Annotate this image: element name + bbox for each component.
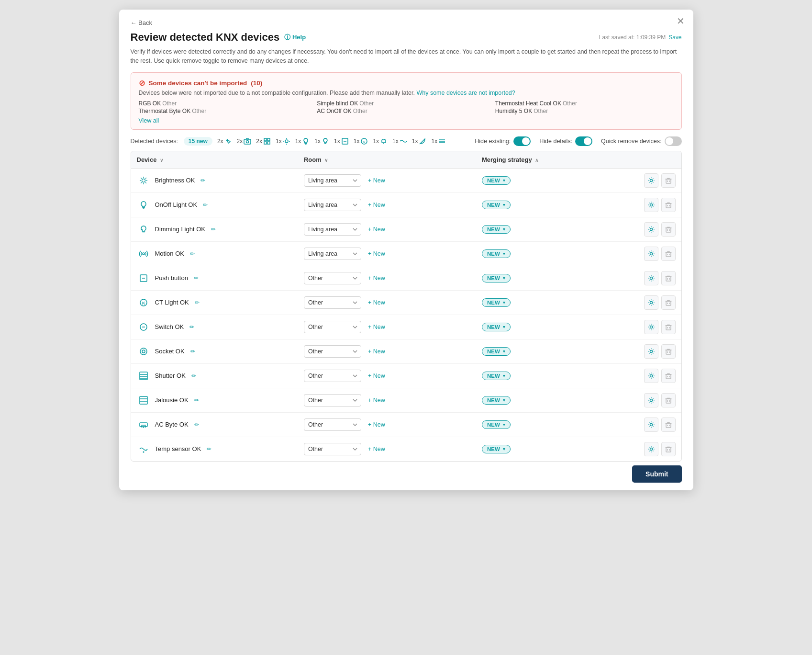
device-name-9: Jalousie OK: [155, 396, 189, 404]
room-select-2[interactable]: Living area Living area Other Bedroom Ki…: [304, 223, 361, 236]
edit-device-name-icon-1[interactable]: ✏: [203, 202, 208, 208]
back-link[interactable]: ← Back: [131, 19, 682, 26]
new-room-button-11[interactable]: + New: [364, 444, 389, 454]
delete-button-8[interactable]: [661, 369, 676, 383]
settings-button-6[interactable]: [644, 320, 658, 334]
help-link[interactable]: ⓘ Help: [284, 33, 306, 42]
new-room-button-4[interactable]: + New: [364, 273, 389, 283]
settings-button-3[interactable]: [644, 247, 658, 261]
edit-device-name-icon-3[interactable]: ✏: [190, 250, 195, 257]
room-select-1[interactable]: Living area Living area Other Bedroom Ki…: [304, 199, 361, 211]
strategy-badge-4[interactable]: NEW▾: [482, 274, 511, 282]
room-select-3[interactable]: Living area Living area Other Bedroom Ki…: [304, 248, 361, 260]
strategy-badge-8[interactable]: NEW▾: [482, 372, 511, 380]
delete-button-4[interactable]: [661, 271, 676, 285]
settings-button-7[interactable]: [644, 344, 658, 359]
new-room-button-3[interactable]: + New: [364, 248, 389, 259]
new-room-button-9[interactable]: + New: [364, 395, 389, 406]
room-select-6[interactable]: Other Living area Other Bedroom Kitchen: [304, 321, 361, 333]
room-cell-1: Living area Living area Other Bedroom Ki…: [298, 192, 476, 217]
new-room-button-6[interactable]: + New: [364, 322, 389, 332]
close-button[interactable]: ✕: [677, 16, 685, 26]
svg-point-91: [650, 399, 652, 401]
icon-count-bulb: 1x: [295, 137, 310, 145]
settings-button-8[interactable]: [644, 369, 658, 383]
room-cell-8: Other Living area Other Bedroom Kitchen …: [298, 363, 476, 388]
svg-rect-88: [140, 396, 147, 404]
edit-device-name-icon-4[interactable]: ✏: [194, 275, 199, 282]
delete-button-10[interactable]: [661, 418, 676, 432]
edit-device-name-icon-0[interactable]: ✏: [200, 177, 205, 184]
delete-button-11[interactable]: [661, 442, 676, 456]
svg-rect-71: [666, 326, 671, 330]
merging-cell-11: NEW▾: [476, 437, 602, 461]
edit-device-name-icon-2[interactable]: ✏: [211, 226, 216, 233]
hide-details-toggle[interactable]: [575, 136, 592, 146]
strategy-badge-11[interactable]: NEW▾: [482, 445, 511, 453]
delete-button-3[interactable]: [661, 247, 676, 261]
icon-count-wave: 1x: [392, 137, 407, 145]
edit-device-name-icon-9[interactable]: ✏: [194, 397, 199, 404]
settings-button-4[interactable]: [644, 271, 658, 285]
settings-button-0[interactable]: [644, 173, 658, 188]
new-room-button-5[interactable]: + New: [364, 297, 389, 308]
edit-device-name-icon-6[interactable]: ✏: [189, 324, 194, 330]
strategy-badge-10[interactable]: NEW▾: [482, 420, 511, 429]
strategy-badge-7[interactable]: NEW▾: [482, 347, 511, 356]
edit-device-name-icon-11[interactable]: ✏: [207, 446, 211, 452]
delete-button-5[interactable]: [661, 295, 676, 310]
merging-cell-6: NEW▾: [476, 315, 602, 339]
strategy-badge-6[interactable]: NEW▾: [482, 323, 511, 331]
settings-button-11[interactable]: [644, 442, 658, 456]
room-select-11[interactable]: Other Living area Other Bedroom Kitchen: [304, 443, 361, 455]
new-room-button-1[interactable]: + New: [364, 200, 389, 210]
edit-device-name-icon-5[interactable]: ✏: [195, 299, 200, 306]
settings-button-10[interactable]: [644, 418, 658, 432]
room-select-8[interactable]: Other Living area Other Bedroom Kitchen: [304, 370, 361, 382]
settings-button-5[interactable]: [644, 295, 658, 310]
strategy-badge-2[interactable]: NEW▾: [482, 225, 511, 234]
room-cell-5: Other Living area Other Bedroom Kitchen …: [298, 290, 476, 315]
delete-button-0[interactable]: [661, 173, 676, 188]
room-select-9[interactable]: Other Living area Other Bedroom Kitchen: [304, 394, 361, 407]
why-not-imported-link[interactable]: Why some devices are not imported?: [416, 90, 515, 96]
settings-button-2[interactable]: [644, 222, 658, 237]
toolbar-right: Hide existing: Hide details: Quick remov…: [475, 136, 681, 146]
strategy-badge-9[interactable]: NEW▾: [482, 396, 511, 405]
save-link[interactable]: Save: [668, 34, 681, 41]
svg-point-51: [143, 253, 145, 255]
action-cell-10: [602, 412, 681, 437]
room-select-0[interactable]: Living area Living area Other Bedroom Ki…: [304, 174, 361, 187]
room-cell-11: Other Living area Other Bedroom Kitchen …: [298, 437, 476, 461]
strategy-badge-3[interactable]: NEW▾: [482, 249, 511, 258]
view-all-link[interactable]: View all: [139, 117, 159, 124]
settings-button-9[interactable]: [644, 393, 658, 407]
new-room-button-10[interactable]: + New: [364, 419, 389, 430]
strategy-badge-1[interactable]: NEW▾: [482, 201, 511, 209]
delete-button-6[interactable]: [661, 320, 676, 334]
new-room-button-2[interactable]: + New: [364, 224, 389, 235]
delete-button-1[interactable]: [661, 198, 676, 212]
delete-button-9[interactable]: [661, 393, 676, 407]
delete-button-2[interactable]: [661, 222, 676, 237]
hide-existing-toggle[interactable]: [513, 136, 531, 146]
room-select-10[interactable]: Other Living area Other Bedroom Kitchen: [304, 418, 361, 431]
modal-header: ← Back Review detected KNX devices ⓘ Hel…: [119, 10, 693, 72]
new-room-button-7[interactable]: + New: [364, 346, 389, 357]
quick-remove-toggle[interactable]: [665, 136, 682, 146]
icon-count-leaf: 1x: [412, 137, 427, 145]
delete-button-7[interactable]: [661, 344, 676, 359]
strategy-badge-5[interactable]: NEW▾: [482, 298, 511, 307]
new-room-button-8[interactable]: + New: [364, 371, 389, 381]
room-select-7[interactable]: Other Living area Other Bedroom Kitchen: [304, 345, 361, 358]
strategy-badge-0[interactable]: NEW▾: [482, 176, 511, 185]
edit-device-name-icon-10[interactable]: ✏: [194, 421, 199, 428]
devices-table-container[interactable]: Device ∨ Room ∨ Merging strategy ∧: [131, 151, 682, 462]
edit-device-name-icon-8[interactable]: ✏: [191, 373, 196, 379]
settings-button-1[interactable]: [644, 198, 658, 212]
edit-device-name-icon-7[interactable]: ✏: [190, 348, 195, 355]
submit-button[interactable]: Submit: [632, 465, 681, 483]
room-select-5[interactable]: Other Living area Other Bedroom Kitchen: [304, 296, 361, 309]
new-room-button-0[interactable]: + New: [364, 175, 389, 186]
room-select-4[interactable]: Other Living area Other Bedroom Kitchen: [304, 272, 361, 284]
